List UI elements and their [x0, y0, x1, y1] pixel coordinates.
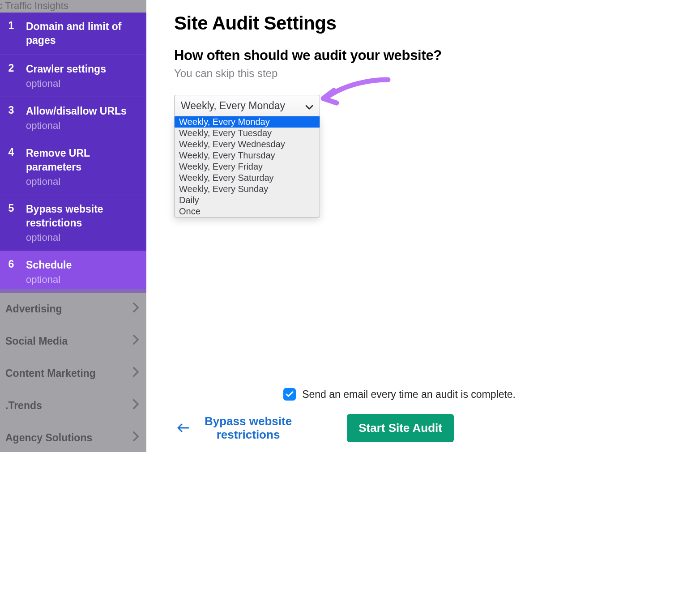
- schedule-subnote: You can skip this step: [174, 67, 528, 80]
- wizard-step-title: Bypass website restrictions: [26, 202, 140, 230]
- schedule-dropdown-value: Weekly, Every Monday: [181, 100, 285, 112]
- schedule-option-once[interactable]: Once: [175, 206, 320, 217]
- wizard-step-number: 1: [6, 20, 16, 47]
- email-checkbox[interactable]: [283, 388, 296, 401]
- chevron-right-icon: [133, 431, 139, 444]
- back-button-label-line1: Bypass website: [205, 414, 292, 428]
- wizard-step-title: Remove URL parameters: [26, 146, 140, 174]
- chevron-right-icon: [133, 303, 139, 315]
- schedule-option-monday[interactable]: Weekly, Every Monday: [175, 116, 320, 128]
- sidebar-top-fragment: anic Traffic Insights: [0, 0, 146, 13]
- nav-item-label: .Trends: [5, 400, 42, 412]
- nav-item-label: Advertising: [5, 303, 62, 315]
- back-button-label: Bypass website restrictions: [205, 415, 292, 442]
- footer: Send an email every time an audit is com…: [146, 388, 528, 452]
- schedule-option-sunday[interactable]: Weekly, Every Sunday: [175, 183, 320, 195]
- wizard-step-optional: optional: [26, 232, 140, 243]
- nav-advertising[interactable]: Advertising: [0, 293, 146, 325]
- wizard-step-title: Schedule: [26, 258, 140, 272]
- chevron-right-icon: [133, 399, 139, 412]
- schedule-option-saturday[interactable]: Weekly, Every Saturday: [175, 172, 320, 183]
- email-checkbox-label: Send an email every time an audit is com…: [302, 388, 516, 401]
- page-title: Site Audit Settings: [174, 13, 528, 34]
- nav-item-label: Agency Solutions: [5, 432, 92, 444]
- nav-social-media[interactable]: Social Media: [0, 325, 146, 357]
- footer-actions: Bypass website restrictions Start Site A…: [146, 414, 521, 442]
- schedule-option-thursday[interactable]: Weekly, Every Thursday: [175, 150, 320, 161]
- main-content: Site Audit Settings How often should we …: [146, 0, 528, 452]
- arrow-left-icon: [177, 421, 189, 435]
- wizard-step-allow-urls[interactable]: 3 Allow/disallow URLs optional: [0, 97, 146, 139]
- wizard-step-number: 2: [6, 62, 16, 90]
- schedule-option-tuesday[interactable]: Weekly, Every Tuesday: [175, 128, 320, 139]
- wizard-steps: 1 Domain and limit of pages 2 Crawler se…: [0, 13, 146, 293]
- nav-agency-solutions[interactable]: Agency Solutions: [0, 422, 146, 452]
- schedule-dropdown-options: Weekly, Every Monday Weekly, Every Tuesd…: [174, 116, 320, 218]
- wizard-step-title: Domain and limit of pages: [26, 20, 140, 47]
- wizard-step-schedule[interactable]: 6 Schedule optional: [0, 251, 146, 293]
- schedule-dropdown[interactable]: Weekly, Every Monday: [174, 95, 320, 116]
- wizard-step-title: Allow/disallow URLs: [26, 104, 140, 118]
- wizard-step-number: 3: [6, 104, 16, 132]
- schedule-option-daily[interactable]: Daily: [175, 195, 320, 206]
- wizard-step-optional: optional: [26, 176, 140, 188]
- wizard-step-title: Crawler settings: [26, 62, 140, 76]
- wizard-step-crawler[interactable]: 2 Crawler settings optional: [0, 55, 146, 97]
- wizard-step-domain[interactable]: 1 Domain and limit of pages: [0, 13, 146, 55]
- sidebar-nav: Advertising Social Media Content Marketi…: [0, 293, 146, 452]
- wizard-step-bypass[interactable]: 5 Bypass website restrictions optional: [0, 195, 146, 251]
- nav-content-marketing[interactable]: Content Marketing: [0, 357, 146, 389]
- chevron-down-icon: [305, 101, 313, 113]
- schedule-option-wednesday[interactable]: Weekly, Every Wednesday: [175, 139, 320, 150]
- sidebar-top-fragment-text: anic Traffic Insights: [0, 0, 68, 12]
- schedule-question: How often should we audit your website?: [174, 47, 528, 64]
- sidebar: anic Traffic Insights 1 Domain and limit…: [0, 0, 146, 452]
- wizard-step-optional: optional: [26, 78, 140, 90]
- chevron-right-icon: [133, 367, 139, 380]
- wizard-step-optional: optional: [26, 120, 140, 132]
- email-notification-row: Send an email every time an audit is com…: [146, 388, 521, 414]
- wizard-step-number: 4: [6, 146, 16, 188]
- back-button[interactable]: Bypass website restrictions: [177, 415, 292, 442]
- wizard-step-number: 6: [6, 258, 16, 286]
- start-site-audit-button[interactable]: Start Site Audit: [347, 414, 454, 442]
- chevron-right-icon: [133, 335, 139, 347]
- wizard-step-remove-params[interactable]: 4 Remove URL parameters optional: [0, 139, 146, 195]
- nav-item-label: Content Marketing: [5, 367, 96, 380]
- back-button-label-line2: restrictions: [217, 428, 280, 441]
- nav-trends[interactable]: .Trends: [0, 389, 146, 422]
- schedule-option-friday[interactable]: Weekly, Every Friday: [175, 161, 320, 172]
- wizard-step-optional: optional: [26, 274, 140, 286]
- wizard-step-number: 5: [6, 202, 16, 243]
- nav-item-label: Social Media: [5, 335, 68, 347]
